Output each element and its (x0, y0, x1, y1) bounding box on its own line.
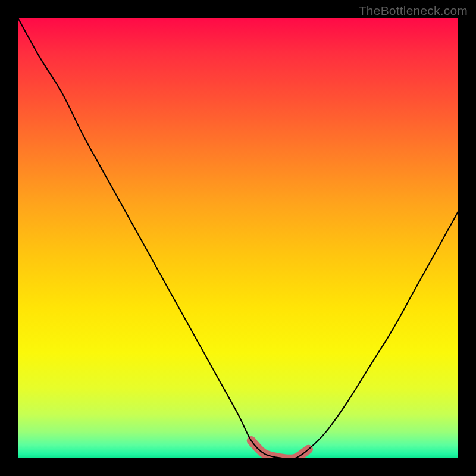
chart-svg (18, 18, 458, 458)
plot-area (18, 18, 458, 458)
bottleneck-curve (18, 18, 458, 458)
chart-frame: TheBottleneck.com (0, 0, 476, 476)
watermark-text: TheBottleneck.com (359, 4, 468, 18)
